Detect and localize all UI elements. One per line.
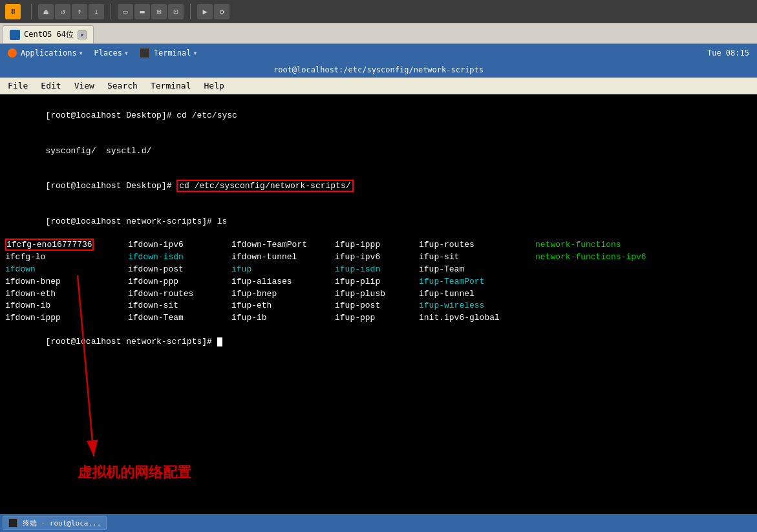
tab-bar: CentOS 64位 ✕	[0, 23, 757, 44]
terminal-title: root@localhost:/etc/sysconfig/network-sc…	[273, 65, 484, 74]
ls-item: ifdown-post	[128, 264, 231, 276]
cmd-3-highlighted: cd /etc/sysconfig/network-scripts/	[176, 180, 353, 192]
cursor	[217, 337, 222, 346]
ls-item: network-functions-ipv6	[535, 251, 697, 264]
places-label: Places	[94, 48, 122, 58]
cmd-1: cd /etc/sysc	[176, 111, 237, 120]
ls-item: ifup-Team	[419, 264, 535, 276]
main-tab[interactable]: CentOS 64位 ✕	[3, 25, 94, 43]
view2-btn[interactable]: ▬	[134, 4, 150, 19]
menu-view-label: View	[74, 81, 94, 90]
tab-close-btn[interactable]: ✕	[78, 30, 87, 39]
tab-icon	[10, 30, 20, 40]
menu-search[interactable]: Search	[102, 79, 143, 93]
ls-item: ifup-post	[335, 300, 419, 312]
down-btn[interactable]: ↓	[89, 4, 104, 19]
terminal-menubar: File Edit View Search Terminal Help	[0, 78, 757, 94]
menu-file-label: File	[8, 81, 28, 90]
menu-help[interactable]: Help	[199, 79, 229, 93]
ls-item: ifup-ppp	[335, 312, 419, 325]
view3-btn[interactable]: ⊠	[151, 4, 167, 19]
ls-col6: network-functions network-functions-ipv6	[535, 239, 697, 325]
terminal-arrow: ▼	[194, 50, 197, 56]
menu-search-label: Search	[107, 81, 138, 90]
ls-item: ifup-plip	[335, 276, 419, 288]
cmd-line-1: [root@localhost Desktop]# cd /etc/sysc	[5, 98, 752, 134]
ls-item: ifup-wireless	[419, 300, 535, 312]
places-menu[interactable]: Places ▼	[89, 45, 133, 61]
settings-btn[interactable]: ⚙	[214, 4, 229, 19]
ls-item: ifup-aliases	[231, 276, 335, 288]
gnome-panel-left: Applications ▼ Places ▼ Terminal ▼	[3, 45, 202, 61]
ls-item: ifup-bnep	[231, 288, 335, 301]
terminal-content[interactable]: [root@localhost Desktop]# cd /etc/sysc s…	[0, 94, 757, 514]
bottom-bar: 终端 - root@loca...	[0, 514, 757, 532]
menu-terminal[interactable]: Terminal	[145, 79, 197, 93]
taskbar-item[interactable]: 终端 - root@loca...	[3, 516, 107, 530]
up-btn[interactable]: ↑	[72, 4, 87, 19]
view1-btn[interactable]: ▭	[118, 4, 133, 19]
clock-display: Tue 08:15	[707, 48, 749, 58]
reset-btn[interactable]: ↺	[55, 4, 70, 19]
ls-item: ifcfg-lo	[5, 251, 128, 264]
terminal-area: root@localhost:/etc/sysconfig/network-sc…	[0, 62, 757, 514]
ls-item: ifup-sit	[419, 251, 535, 264]
ls-item: ifdown-ipv6	[128, 239, 231, 251]
ls-item: ifdown-tunnel	[231, 251, 335, 264]
ls-item: ifdown-TeamPort	[231, 239, 335, 251]
toolbar-group3: ▶ ⚙	[197, 4, 229, 19]
eject-btn[interactable]: ⏏	[38, 4, 54, 19]
autocomplete-text: sysconfig/ sysctl.d/	[45, 146, 151, 156]
ls-item: ifdown-ippp	[5, 312, 128, 325]
ls-item: ifup-plusb	[335, 288, 419, 301]
ls-item: ifdown-Team	[128, 312, 231, 325]
toolbar-group1: ⏏ ↺ ↑ ↓	[38, 4, 104, 19]
ifcfg-highlighted: ifcfg-eno16777736	[5, 239, 94, 251]
ls-col3: ifdown-TeamPort ifdown-tunnel ifup ifup-…	[231, 239, 335, 325]
view4-btn[interactable]: ⊡	[168, 4, 184, 19]
ls-item: ifdown-bnep	[5, 276, 128, 288]
applications-label: Applications	[21, 48, 77, 58]
ls-item: ifdown-isdn	[128, 251, 231, 264]
ls-item: ifdown-sit	[128, 300, 231, 312]
toolbar-group2: ▭ ▬ ⊠ ⊡	[118, 4, 184, 19]
ls-item: ifdown-ib	[5, 300, 128, 312]
ls-item: ifup-isdn	[335, 264, 419, 276]
cmd-line-4: [root@localhost network-scripts]# ls	[5, 204, 752, 240]
menu-help-label: Help	[204, 81, 224, 90]
menu-edit-label: Edit	[41, 81, 61, 90]
applications-arrow: ▼	[80, 50, 83, 56]
terminal-menu[interactable]: Terminal ▼	[134, 45, 202, 61]
terminal-icon	[140, 48, 150, 58]
toolbar-controls[interactable]: ⏸	[5, 4, 25, 19]
taskbar-icon	[8, 518, 17, 527]
pause-btn[interactable]: ⏸	[5, 4, 21, 19]
terminal-titlebar: root@localhost:/etc/sysconfig/network-sc…	[0, 62, 757, 78]
cmd-4: ls	[217, 217, 228, 226]
annotation-text: 虚拟机的网络配置	[78, 463, 191, 483]
ls-item: ifup-routes	[419, 239, 535, 251]
last-prompt-line: [root@localhost network-scripts]#	[5, 325, 752, 360]
ls-item: ifdown-ppp	[128, 276, 231, 288]
places-arrow: ▼	[125, 50, 128, 56]
ls-col1: ifcfg-eno16777736 ifcfg-lo ifdown ifdown…	[5, 239, 128, 325]
terminal-label: Terminal	[154, 48, 191, 58]
ls-col4: ifup-ippp ifup-ipv6 ifup-isdn ifup-plip …	[335, 239, 419, 325]
taskbar-label: 终端 - root@loca...	[23, 518, 101, 528]
ls-item: ifup-ib	[231, 312, 335, 325]
prompt-1: [root@localhost Desktop]#	[45, 111, 176, 120]
main-content: Applications ▼ Places ▼ Terminal ▼ Tue 0…	[0, 44, 757, 532]
ls-col2: ifdown-ipv6 ifdown-isdn ifdown-post ifdo…	[128, 239, 231, 325]
ls-item: ifdown	[5, 264, 128, 276]
menu-file[interactable]: File	[3, 79, 33, 93]
applications-menu[interactable]: Applications ▼	[3, 45, 88, 61]
menu-edit[interactable]: Edit	[36, 79, 66, 93]
menu-view[interactable]: View	[69, 79, 100, 93]
ls-item: network-functions	[535, 239, 697, 251]
ls-item: ifup-tunnel	[419, 288, 535, 301]
prompt-3: [root@localhost Desktop]#	[45, 181, 176, 191]
ls-item: ifcfg-eno16777736	[5, 239, 128, 251]
toolbar-sep2	[111, 4, 111, 19]
console-btn[interactable]: ▶	[197, 4, 213, 19]
ls-item: ifdown-eth	[5, 288, 128, 301]
